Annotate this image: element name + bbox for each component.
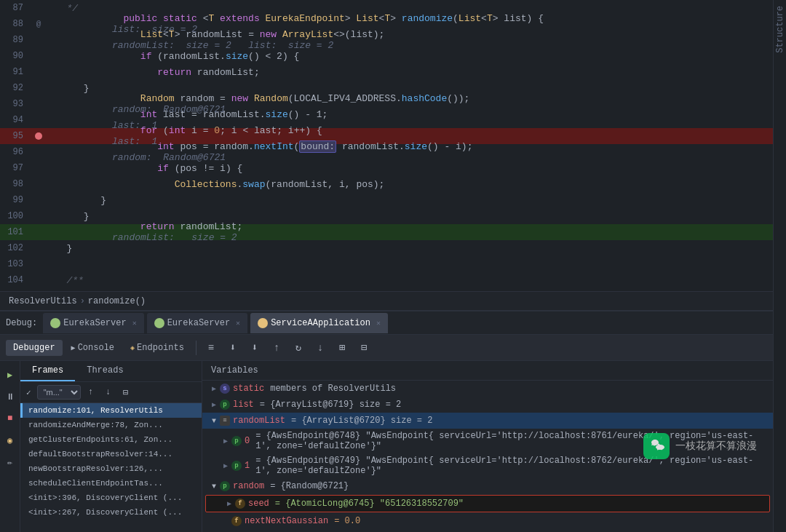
code-line-98: 98 Collections.swap(randomList, i, pos); <box>0 176 773 192</box>
debug-tab-service-label: ServiceAApplication <box>271 318 370 328</box>
expand-icon[interactable]: ▶ <box>208 383 220 394</box>
frame-item[interactable]: defaultBootstrapResolver:14... <box>20 447 202 461</box>
line-number: 104 <box>0 275 31 285</box>
expand-icon[interactable]: ▶ <box>208 399 220 410</box>
expand-icon[interactable]: ▶ <box>220 435 231 447</box>
stop-ctrl-button[interactable]: ■ <box>2 410 18 426</box>
expand-icon[interactable]: ▶ <box>220 460 231 472</box>
var-item-list[interactable]: ▶ p list = {ArrayList@6719} size = 2 <box>202 397 773 413</box>
var-name: randomList <box>233 416 285 426</box>
wechat-icon <box>643 433 670 459</box>
frames-tab[interactable]: Frames <box>20 361 75 381</box>
frame-filter-button[interactable]: ⊟ <box>119 385 133 400</box>
frame-item[interactable]: <init>:267, DiscoveryClient (... <box>20 505 202 520</box>
var-name: 1 <box>245 461 250 471</box>
line-gutter: @ <box>31 20 47 28</box>
var-value: = 0.0 <box>334 516 360 526</box>
endpoints-tab[interactable]: ◈ Endpoints <box>123 340 191 356</box>
var-type-icon: p <box>231 461 242 471</box>
line-number: 90 <box>0 51 31 61</box>
resume-button[interactable]: ⬇ <box>245 338 265 358</box>
debugger-tab[interactable]: Debugger <box>6 340 63 356</box>
frame-up-button[interactable]: ↑ <box>84 385 98 400</box>
debug-tab-eureka2[interactable]: EurekaServer ✕ <box>147 313 247 333</box>
watermark-text: 一枝花算不算浪漫 <box>675 440 757 453</box>
breadcrumb-part-1[interactable]: ResolverUtils <box>9 296 77 306</box>
frame-item[interactable]: randomizeAndMerge:78, Zon... <box>20 418 202 432</box>
frame-item[interactable]: <init>:396, DiscoveryClient (... <box>20 491 202 505</box>
debug-tab-eureka2-label: EurekaServer <box>167 318 230 328</box>
var-type-icon: ≡ <box>220 416 230 426</box>
var-item-random[interactable]: ▼ p random = {Random@6721} <box>202 478 773 494</box>
var-type-icon: f <box>231 516 242 526</box>
code-content: /** <box>47 275 773 286</box>
console-tab[interactable]: ▶ Console <box>64 340 122 356</box>
debug-header: Debug: EurekaServer ✕ EurekaServer ✕ Ser… <box>0 311 773 335</box>
expand-icon[interactable]: ▼ <box>208 415 220 426</box>
var-type-icon: p <box>231 436 242 446</box>
step-over-button[interactable]: ↑ <box>266 338 287 358</box>
var-name: list <box>233 400 254 410</box>
frames-list: randomize:101, ResolverUtils randomizeAn… <box>20 403 202 532</box>
rerun-button[interactable]: ≡ <box>201 338 221 358</box>
var-item-randomlist[interactable]: ▼ ≡ randomList = {ArrayList@6720} size =… <box>202 413 773 429</box>
expand-icon <box>220 515 231 527</box>
frame-item[interactable]: newBootstrapResolver:126,... <box>20 461 202 476</box>
line-number: 100 <box>0 211 31 221</box>
frame-controls: ✓ "m..." ↑ ↓ ⊟ <box>20 382 202 403</box>
expand-icon[interactable]: ▼ <box>208 480 220 492</box>
var-item-gaussian[interactable]: f nextNextGaussian = 0.0 <box>202 513 773 529</box>
close-tab-3[interactable]: ✕ <box>376 319 381 327</box>
var-value: = {ArrayList@6720} size = 2 <box>291 416 432 426</box>
debugger-label: Debugger <box>13 343 55 353</box>
var-name: seed <box>248 499 269 509</box>
var-value: members of ResolverUtils <box>270 384 396 394</box>
play-button[interactable]: ▶ <box>2 367 18 383</box>
frame-down-button[interactable]: ↓ <box>101 385 116 400</box>
panel-tabs: Frames Threads <box>20 361 202 382</box>
close-tab-2[interactable]: ✕ <box>236 319 240 327</box>
var-item-static[interactable]: ▶ s static members of ResolverUtils <box>202 381 773 397</box>
filter-icon: ✓ <box>26 388 31 397</box>
structure-label[interactable]: Structure <box>775 6 785 53</box>
threads-tab[interactable]: Threads <box>75 361 135 381</box>
pause-button[interactable]: ⏸ <box>2 389 18 405</box>
debug-toolbar: Debugger ▶ Console ◈ Endpoints ≡ ⬇ ⬇ ↑ <box>0 335 773 361</box>
var-name: nextNextGaussian <box>245 516 328 526</box>
service-icon <box>258 318 268 328</box>
var-type-icon: p <box>220 400 230 410</box>
step-in-button[interactable]: ↻ <box>288 338 309 358</box>
variables-header: Variables <box>202 361 773 381</box>
breadcrumb-separator: › <box>80 296 85 306</box>
code-content: } <box>47 243 773 254</box>
line-number: 98 <box>0 179 31 189</box>
code-line-101: 101 return randomList; randomList: size … <box>0 224 773 240</box>
endpoints-label: Endpoints <box>137 343 184 353</box>
debug-tab-eureka1-label: EurekaServer <box>63 318 126 328</box>
step-out-button[interactable]: ↓ <box>310 338 330 358</box>
debug-tab-service[interactable]: ServiceAApplication ✕ <box>250 313 388 333</box>
var-item-have-gaussian[interactable]: f haveNextNextGaussian = false <box>202 529 773 532</box>
code-line-99: 99 } <box>0 192 773 208</box>
frame-item[interactable]: scheduleClientEndpointTas... <box>20 476 202 491</box>
expand-icon[interactable]: ▶ <box>223 498 235 509</box>
debug-label: Debug: <box>6 318 37 328</box>
line-number: 101 <box>0 227 31 237</box>
view-button[interactable]: ⊞ <box>332 338 352 358</box>
settings-button[interactable]: ⊟ <box>354 338 374 358</box>
stop-button[interactable]: ⬇ <box>223 338 243 358</box>
code-line-102: 102 } <box>0 240 773 256</box>
close-tab-1[interactable]: ✕ <box>132 319 137 327</box>
frame-filter-select[interactable]: "m..." <box>37 385 81 400</box>
var-item-seed[interactable]: ▶ f seed = {AtomicLong@6745} "6512631855… <box>205 495 770 512</box>
line-number: 99 <box>0 195 31 205</box>
debug-tab-eureka1[interactable]: EurekaServer ✕ <box>43 313 143 333</box>
frame-item[interactable]: getClusterEndpoints:61, Zon... <box>20 432 202 447</box>
frame-item[interactable]: randomize:101, ResolverUtils <box>20 403 202 418</box>
mute-button[interactable]: ✏ <box>2 454 18 470</box>
breadcrumb-part-2[interactable]: randomize() <box>88 296 146 306</box>
line-number: 89 <box>0 35 31 45</box>
line-number: 95 <box>0 131 31 141</box>
breakpoints-button[interactable]: ◉ <box>2 432 18 448</box>
line-gutter <box>31 132 47 140</box>
